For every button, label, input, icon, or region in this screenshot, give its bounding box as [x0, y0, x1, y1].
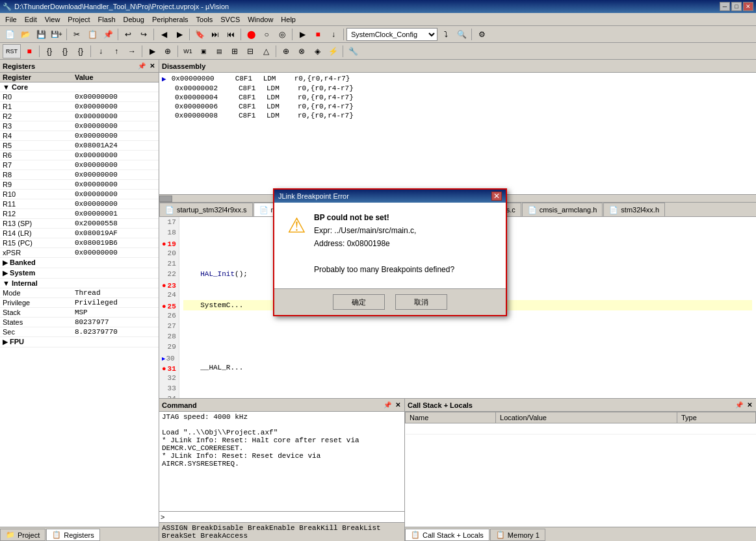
bp-dialog-body: ⚠ BP could not be set! Expr: ../User/mai… [274, 203, 506, 288]
breakpoint-error-overlay: JLink Breakpoint Error ✕ ⚠ BP could not … [0, 0, 756, 541]
bp-dialog-title: JLink Breakpoint Error [278, 192, 349, 200]
bp-dialog-titlebar: JLink Breakpoint Error ✕ [274, 190, 506, 203]
bp-cancel-button[interactable]: 取消 [395, 294, 447, 310]
bp-msg5: Probably too many Breakpoints defined? [314, 265, 454, 274]
bp-ok-button[interactable]: 确定 [333, 294, 385, 310]
warning-icon: ⚠ [287, 213, 306, 238]
bp-msg1: BP could not be set! [314, 213, 454, 222]
bp-msg4 [314, 252, 454, 261]
bp-msg3: Address: 0x0800198e [314, 239, 454, 248]
bp-dialog-footer: 确定 取消 [274, 288, 506, 315]
bp-msg2: Expr: ../User/main/src/main.c, [314, 226, 454, 235]
breakpoint-error-dialog: JLink Breakpoint Error ✕ ⚠ BP could not … [273, 188, 507, 316]
bp-dialog-close-button[interactable]: ✕ [491, 192, 502, 201]
bp-dialog-content-row: ⚠ BP could not be set! Expr: ../User/mai… [287, 213, 493, 278]
bp-dialog-text: BP could not be set! Expr: ../User/main/… [314, 213, 454, 278]
